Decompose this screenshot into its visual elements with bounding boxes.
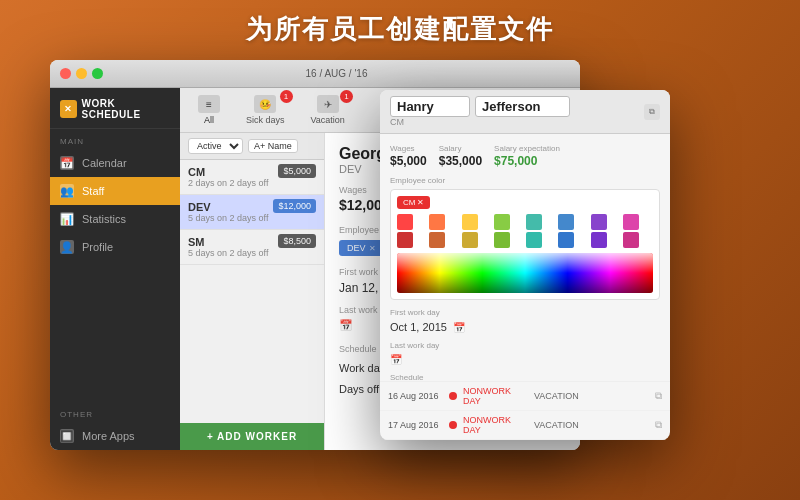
logo-icon: ✕ xyxy=(60,100,77,118)
sw-row-type-2: NONWORK DAY xyxy=(463,415,528,435)
add-worker-button[interactable]: + ADD WORKER xyxy=(180,423,324,450)
sw-row-copy-1[interactable]: ⧉ xyxy=(655,390,662,402)
emp-wage: $12,000 xyxy=(273,199,316,213)
sidebar-item-more-apps[interactable]: 🔲 More Apps xyxy=(50,422,180,450)
color-chip-label: DEV xyxy=(347,243,366,253)
sw-wages-label: Wages xyxy=(390,144,427,153)
sw-salary-value: $35,000 xyxy=(439,154,482,168)
sw-row-copy-2[interactable]: ⧉ xyxy=(655,419,662,431)
sidebar-more-apps-label: More Apps xyxy=(82,430,135,442)
sw-salary-block: Salary $35,000 xyxy=(439,144,482,168)
sidebar-main-label: MAIN xyxy=(50,129,180,149)
color-chips-row: CM ✕ xyxy=(397,196,653,209)
tab-all[interactable]: ≡ All xyxy=(190,93,228,127)
swatch-5[interactable] xyxy=(526,214,542,230)
tab-vacation-icon: ✈ xyxy=(317,95,339,113)
swatch-9[interactable] xyxy=(397,232,413,248)
sw-color-chip-cm[interactable]: CM ✕ xyxy=(397,196,430,209)
sort-button[interactable]: A+ Name xyxy=(248,139,298,153)
sick-days-badge: 1 xyxy=(280,90,293,103)
logo-text: WORK SCHEDULE xyxy=(82,98,170,120)
list-item[interactable]: DEV $12,000 5 days on 2 days off xyxy=(180,195,324,230)
swatch-8[interactable] xyxy=(623,214,639,230)
sw-color-label: Employee color xyxy=(390,176,660,185)
sw-cal-icon[interactable]: 📅 xyxy=(453,322,465,333)
gradient-overlay xyxy=(397,253,653,293)
sw-expectation-label: Salary expectation xyxy=(494,144,560,153)
color-picker: CM ✕ xyxy=(390,189,660,300)
color-swatches xyxy=(397,214,653,248)
vacation-badge: 1 xyxy=(340,90,353,103)
tab-vacation[interactable]: ✈ Vacation 1 xyxy=(303,93,353,127)
sidebar-item-profile[interactable]: 👤 Profile xyxy=(50,233,180,261)
sidebar-item-calendar[interactable]: 📅 Calendar xyxy=(50,149,180,177)
color-chip-close[interactable]: ✕ xyxy=(369,244,376,253)
sidebar-staff-label: Staff xyxy=(82,185,104,197)
tab-vacation-label: Vacation xyxy=(311,115,345,125)
title-bar: 16 / AUG / '16 xyxy=(50,60,580,88)
sw-row-dot-2 xyxy=(449,421,457,429)
swatch-15[interactable] xyxy=(591,232,607,248)
list-item[interactable]: SM $8,500 5 days on 2 days off xyxy=(180,230,324,265)
swatch-3[interactable] xyxy=(462,214,478,230)
sw-name-inputs xyxy=(390,96,570,117)
sw-last-work-label: Last work day xyxy=(390,341,660,350)
more-apps-icon: 🔲 xyxy=(60,429,74,443)
swatch-11[interactable] xyxy=(462,232,478,248)
sw-first-name[interactable] xyxy=(390,96,470,117)
color-chip[interactable]: DEV ✕ xyxy=(339,240,384,256)
sw-chip-label: CM xyxy=(403,198,415,207)
sw-expectation-block: Salary expectation $75,000 xyxy=(494,144,560,168)
list-spacer xyxy=(180,265,324,423)
calendar-icon: 📅 xyxy=(60,156,74,170)
emp-wage: $5,000 xyxy=(278,164,316,178)
sw-body: Wages $5,000 Salary $35,000 Salary expec… xyxy=(380,134,670,381)
staff-icon: 👥 xyxy=(60,184,74,198)
list-header: Active A+ Name xyxy=(180,133,324,160)
maximize-button[interactable] xyxy=(92,68,103,79)
sw-wages-row: Wages $5,000 Salary $35,000 Salary expec… xyxy=(390,144,660,168)
emp-days: 5 days on 2 days off xyxy=(188,248,316,258)
sw-copy-icon[interactable]: ⧉ xyxy=(644,104,660,120)
sw-wages-block: Wages $5,000 xyxy=(390,144,427,168)
employee-list: Active A+ Name CM $5,000 2 days on 2 day… xyxy=(180,133,325,450)
tab-sick-days[interactable]: 🤒 Sick days 1 xyxy=(238,93,293,127)
page-heading: 为所有员工创建配置文件 xyxy=(0,12,800,47)
sw-row-status-2: VACATION xyxy=(534,420,649,430)
sidebar-spacer xyxy=(50,261,180,402)
swatch-14[interactable] xyxy=(558,232,574,248)
swatch-6[interactable] xyxy=(558,214,574,230)
sw-last-name[interactable] xyxy=(475,96,570,117)
swatch-12[interactable] xyxy=(494,232,510,248)
swatch-13[interactable] xyxy=(526,232,542,248)
sw-wages-value: $5,000 xyxy=(390,154,427,168)
second-window: CM ⧉ Wages $5,000 Salary $35,000 Salary … xyxy=(380,90,670,440)
sw-first-date: Oct 1, 2015 xyxy=(390,321,447,333)
minimize-button[interactable] xyxy=(76,68,87,79)
swatch-2[interactable] xyxy=(429,214,445,230)
color-gradient[interactable] xyxy=(397,253,653,293)
sw-schedule-row-2: 17 Aug 2016 NONWORK DAY VACATION ⧉ xyxy=(380,411,670,440)
swatch-16[interactable] xyxy=(623,232,639,248)
sw-salary-label: Salary xyxy=(439,144,482,153)
active-filter[interactable]: Active xyxy=(188,138,243,154)
sidebar-statistics-label: Statistics xyxy=(82,213,126,225)
emp-days: 2 days on 2 days off xyxy=(188,178,316,188)
sw-last-date-row: 📅 xyxy=(390,354,660,365)
swatch-4[interactable] xyxy=(494,214,510,230)
sw-schedule-rows: 16 Aug 2016 NONWORK DAY VACATION ⧉ 17 Au… xyxy=(380,381,670,440)
sidebar: ✕ WORK SCHEDULE MAIN 📅 Calendar 👥 Staff … xyxy=(50,88,180,450)
sidebar-item-staff[interactable]: 👥 Staff xyxy=(50,177,180,205)
close-button[interactable] xyxy=(60,68,71,79)
sw-chip-close[interactable]: ✕ xyxy=(417,198,424,207)
swatch-7[interactable] xyxy=(591,214,607,230)
swatch-10[interactable] xyxy=(429,232,445,248)
sw-cal-last-icon[interactable]: 📅 xyxy=(390,354,402,365)
tab-sick-icon: 🤒 xyxy=(254,95,276,113)
list-item[interactable]: CM $5,000 2 days on 2 days off xyxy=(180,160,324,195)
swatch-1[interactable] xyxy=(397,214,413,230)
sidebar-item-statistics[interactable]: 📊 Statistics xyxy=(50,205,180,233)
sw-row-dot-1 xyxy=(449,392,457,400)
calendar-last-icon[interactable]: 📅 xyxy=(339,319,353,332)
tab-all-label: All xyxy=(204,115,214,125)
